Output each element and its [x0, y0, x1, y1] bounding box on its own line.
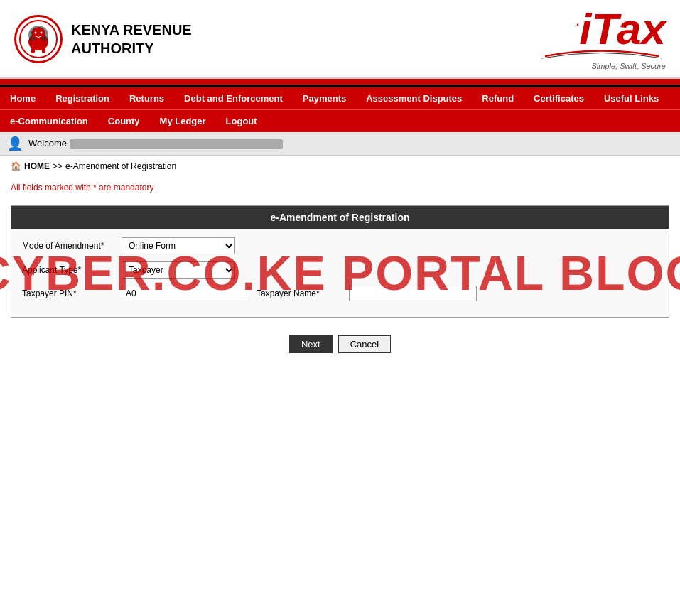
nav-registration[interactable]: Registration [45, 87, 119, 109]
welcome-bar: 👤 Welcome [0, 132, 680, 156]
nav-county[interactable]: County [98, 110, 150, 132]
nav-assessment-disputes[interactable]: Assessment Disputes [356, 87, 472, 109]
form-section: CYBER.CO.KE PORTAL BLOG Mode of Amendmen… [11, 229, 669, 317]
nav-home[interactable]: Home [0, 87, 45, 109]
nav-refund[interactable]: Refund [472, 87, 524, 109]
svg-rect-8 [31, 48, 35, 53]
svg-point-6 [41, 31, 43, 33]
cancel-button[interactable]: Cancel [338, 335, 391, 353]
form-title: e-Amendment of Registration [11, 206, 669, 229]
next-button[interactable]: Next [289, 335, 333, 353]
nav-payments[interactable]: Payments [293, 87, 356, 109]
nav-debt-enforcement[interactable]: Debt and Enforcement [174, 87, 293, 109]
mode-select[interactable]: Online Form Upload [122, 237, 235, 254]
form-body: Mode of Amendment* Online Form Upload Ap… [11, 229, 669, 317]
taxpayer-pin-label: Taxpayer PIN* [22, 288, 114, 298]
form-buttons: Next Cancel [0, 325, 680, 364]
kra-lion-icon [18, 19, 58, 59]
taxpayer-name-label: Taxpayer Name* [257, 288, 342, 298]
applicant-type-select[interactable]: Taxpayer Agent [122, 261, 235, 279]
kra-name: Kenya Revenue Authority [71, 21, 192, 58]
mode-label: Mode of Amendment* [22, 241, 114, 251]
itax-tax-text: Tax [591, 7, 666, 51]
taxpayer-pin-input[interactable] [122, 286, 249, 301]
kra-lion-logo [14, 15, 63, 63]
kra-name-line1: Kenya Revenue [71, 21, 192, 39]
home-icon: 🏠 [11, 161, 21, 171]
nav-useful-links[interactable]: Useful Links [594, 87, 669, 109]
mandatory-note: All fields marked with * are mandatory [0, 177, 680, 198]
itax-brand: ·i Tax [576, 7, 666, 51]
mode-of-amendment-row: Mode of Amendment* Online Form Upload [22, 237, 658, 254]
form-container: e-Amendment of Registration CYBER.CO.KE … [11, 205, 669, 318]
welcome-text: Welcome [28, 138, 283, 149]
kra-name-line2: Authority [71, 39, 192, 58]
nav-ecommunication[interactable]: e-Communication [0, 110, 98, 132]
red-divider [0, 79, 680, 85]
breadcrumb-home[interactable]: HOME [24, 161, 50, 171]
breadcrumb-current: e-Amendment of Registration [65, 161, 176, 171]
svg-rect-9 [42, 48, 45, 53]
nav-logout[interactable]: Logout [216, 110, 267, 132]
itax-arc-area [538, 45, 666, 62]
itax-arc-svg [538, 45, 666, 60]
itax-i-letter: ·i [576, 7, 592, 51]
nav-certificates[interactable]: Certificates [524, 87, 594, 109]
primary-nav: Home Registration Returns Debt and Enfor… [0, 87, 680, 109]
kra-logo-area: Kenya Revenue Authority [14, 15, 192, 63]
nav-returns[interactable]: Returns [119, 87, 174, 109]
breadcrumb: 🏠 HOME >> e-Amendment of Registration [0, 156, 680, 177]
taxpayer-name-input[interactable] [349, 286, 477, 301]
svg-point-5 [35, 31, 37, 33]
applicant-type-label: Applicant Type* [22, 265, 114, 275]
username-blurred [70, 139, 283, 149]
applicant-type-row: Applicant Type* Taxpayer Agent [22, 261, 658, 279]
nav-my-ledger[interactable]: My Ledger [150, 110, 216, 132]
taxpayer-details-row: Taxpayer PIN* Taxpayer Name* [22, 286, 658, 301]
breadcrumb-separator: >> [53, 161, 63, 171]
itax-slogan: Simple, Swift, Secure [591, 62, 666, 70]
user-icon: 👤 [7, 136, 23, 151]
secondary-nav: e-Communication County My Ledger Logout [0, 109, 680, 132]
page-header: Kenya Revenue Authority ·i Tax Simple, S… [0, 0, 680, 79]
itax-logo: ·i Tax Simple, Swift, Secure [538, 7, 666, 70]
